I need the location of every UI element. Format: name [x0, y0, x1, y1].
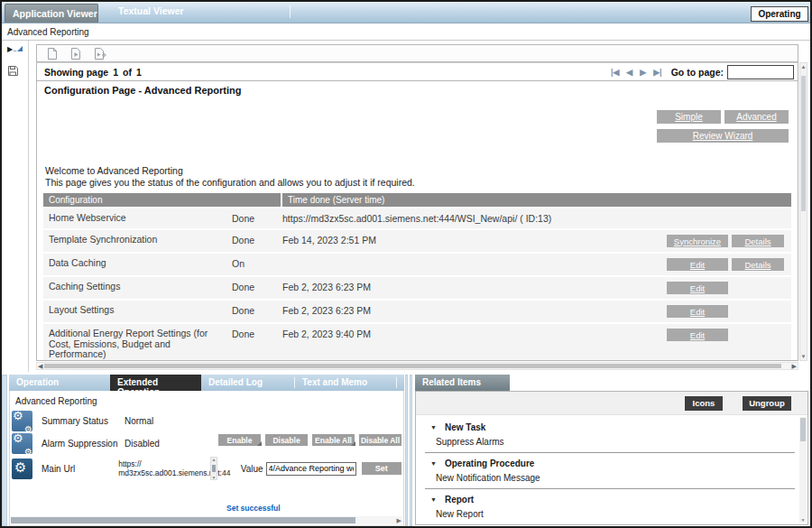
edit-button[interactable]: Edit [667, 305, 728, 318]
related-item[interactable]: New Report [430, 505, 795, 522]
horizontal-scroll-thumb[interactable] [44, 364, 781, 368]
bottom-area: Operation Extended Operation Detailed Lo… [2, 375, 810, 528]
pager-bar: Showing page 1 of 1 |◀ ◀ ▶ ▶| Go to page… [36, 62, 798, 81]
scroll-right-arrow-icon[interactable]: ▶ [792, 363, 797, 370]
total-pages: 1 [136, 67, 142, 78]
scroll-down-arrow-icon[interactable]: ▼ [799, 517, 807, 523]
tab-separator [290, 5, 291, 18]
url-scrollbar[interactable]: ▲▼ [210, 457, 217, 480]
details-button[interactable]: Details [732, 235, 784, 247]
alarm-suppression-value: Disabled [125, 439, 160, 449]
config-table-row: Home WebserviceDonehttps://md3zx5sc.ad00… [43, 208, 791, 228]
edit-button[interactable]: Edit [667, 282, 728, 294]
url-value-input[interactable] [266, 462, 356, 476]
vertical-scroll-thumb[interactable] [801, 76, 806, 211]
scroll-down-arrow-icon[interactable]: ▼ [800, 354, 807, 359]
main-url-row: ⚙ Main Url https:// md3zx5sc.ad001.sieme… [10, 455, 403, 482]
enable-all-button[interactable]: Enable All [312, 434, 355, 446]
next-page-button[interactable]: ▶ [638, 68, 648, 77]
related-group-title: Operating Procedure [445, 459, 534, 468]
operation-tab-bar: Operation Extended Operation Detailed Lo… [9, 375, 404, 391]
simple-button[interactable]: Simple [657, 110, 721, 124]
welcome-text: Welcome to Advanced Reporting This page … [45, 165, 415, 189]
first-page-button[interactable]: |◀ [609, 68, 621, 77]
viewer-side-strip: ▶... [2, 41, 29, 372]
report-vertical-scrollbar[interactable]: ▲ ▼ [799, 62, 807, 361]
config-table-row: Data CachingOnEditDetails [43, 254, 791, 275]
icons-button[interactable]: Icons [685, 396, 723, 411]
collapse-triangle-icon[interactable]: ▼ [430, 496, 437, 503]
tab-related-items[interactable]: Related Items [415, 375, 510, 391]
tab-application-viewer[interactable]: Application Viewer [5, 4, 98, 23]
config-name: Data Caching [43, 258, 223, 271]
goto-page-input[interactable] [727, 65, 794, 79]
scroll-up-arrow-icon[interactable]: ▲ [800, 64, 807, 69]
tab-text-and-memo[interactable]: Text and Memo [295, 375, 396, 391]
run-report-icon[interactable]: ▶... [7, 45, 23, 53]
collapse-triangle-icon[interactable]: ▼ [430, 460, 437, 467]
left-splitter-bar[interactable] [2, 375, 7, 526]
edit-button[interactable]: Edit [667, 329, 728, 341]
related-items-toolbar: Icons Ungroup [416, 392, 807, 415]
report-horizontal-scrollbar[interactable]: ◀ ▶ [36, 362, 798, 370]
related-group-header[interactable]: ▼Operating Procedure [430, 457, 795, 469]
tab-textual-viewer[interactable]: Textual Viewer [111, 2, 219, 23]
config-name: Home Webservice [43, 213, 223, 224]
page-title: Configuration Page - Advanced Reporting [37, 81, 798, 98]
enable-button[interactable]: Enable [218, 434, 261, 446]
details-button[interactable]: Details [732, 258, 784, 271]
disable-all-button[interactable]: Disable All [359, 434, 401, 446]
synchronize-button[interactable]: Synchronize [667, 235, 728, 247]
config-status: Done [223, 235, 282, 247]
config-status: On [223, 258, 282, 271]
review-wizard-button[interactable]: Review Wizard [657, 129, 789, 143]
export-report-icon[interactable] [46, 47, 59, 60]
resize-corner-icon [17, 46, 23, 51]
related-items-content: Icons Ungroup ▼New TaskSuppress Alarms▼O… [415, 391, 808, 525]
row-actions [667, 213, 791, 224]
horizontal-scroll-thumb[interactable] [11, 517, 355, 523]
related-group-header[interactable]: ▼New Task [430, 421, 795, 433]
scroll-left-arrow-icon[interactable]: ◀ [38, 363, 42, 370]
panel-splitter[interactable] [405, 375, 414, 526]
collapse-triangle-icon[interactable]: ▼ [430, 424, 437, 431]
ungroup-button[interactable]: Ungroup [743, 396, 791, 411]
url-line-2: md3zx5sc.ad001.siemens.net:44 [118, 468, 208, 478]
summary-status-value: Normal [125, 416, 153, 426]
column-header-time-done: Time done (Server time) [282, 193, 791, 207]
related-items-panel: Related Items Icons Ungroup ▼New TaskSup… [415, 375, 808, 526]
operation-object-title: Advanced Reporting [10, 391, 403, 410]
tab-operation[interactable]: Operation [9, 375, 110, 391]
app-window: Application Viewer Textual Viewer Operat… [0, 0, 812, 528]
summary-status-label: Summary Status [42, 416, 125, 426]
config-status: Done [223, 329, 282, 360]
operation-horizontal-scrollbar[interactable]: ▶ [11, 516, 402, 524]
run-and-export-icon[interactable] [93, 47, 106, 60]
tab-separator [396, 377, 397, 388]
tab-detailed-log[interactable]: Detailed Log [201, 375, 294, 391]
save-icon[interactable] [7, 64, 19, 80]
run-report-icon[interactable] [69, 47, 82, 60]
group-separator [425, 452, 795, 453]
related-vertical-scrollbar[interactable]: ▼ [799, 417, 807, 523]
related-group-header[interactable]: ▼Report [430, 493, 795, 505]
report-toolbar [36, 44, 798, 62]
row-actions: Edit [667, 305, 791, 318]
related-item[interactable]: Suppress Alarms [430, 433, 795, 449]
operating-button[interactable]: Operating [751, 6, 808, 22]
related-item[interactable]: New Notification Message [430, 469, 795, 486]
config-time: Feb 2, 2023 6:23 PM [282, 282, 667, 294]
previous-page-button[interactable]: ◀ [624, 68, 634, 77]
advanced-button[interactable]: Advanced [724, 110, 789, 124]
disable-button[interactable]: Disable [265, 434, 308, 446]
scroll-right-arrow-icon[interactable]: ▶ [397, 517, 401, 524]
vertical-scroll-thumb[interactable] [800, 418, 806, 441]
gears-icon: ⚙⚙ [12, 433, 32, 454]
group-separator [425, 524, 795, 525]
tab-extended-operation[interactable]: Extended Operation [110, 375, 201, 391]
last-page-button[interactable]: ▶| [651, 68, 663, 77]
set-button[interactable]: Set [362, 462, 401, 475]
main-url-label: Main Url [42, 464, 118, 474]
configuration-table: Configuration Time done (Server time) Ho… [43, 193, 791, 361]
edit-button[interactable]: Edit [667, 258, 728, 271]
